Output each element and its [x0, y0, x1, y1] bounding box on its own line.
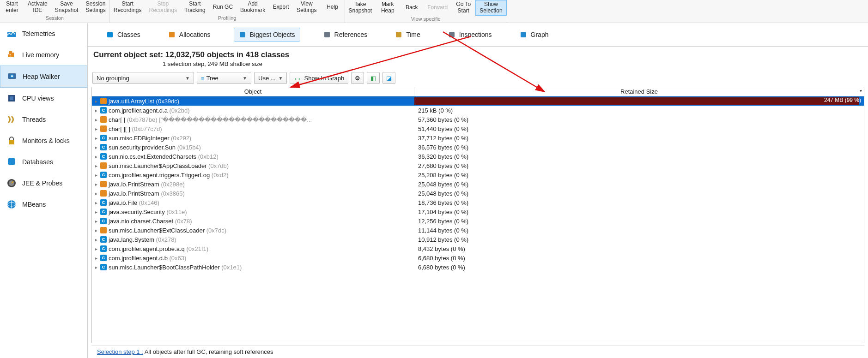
expand-icon[interactable]: ▸ [92, 108, 100, 113]
sidebar-item-label: MBeans [22, 201, 46, 208]
expand-icon[interactable]: ▸ [92, 117, 100, 122]
sidebar-item-telemetries[interactable]: Telemetries [0, 23, 87, 44]
class-icon: C [100, 144, 107, 150]
sidebar-item-cpu-views[interactable]: CPU views [0, 88, 87, 109]
ribbon-start-enter[interactable]: Startenter [0, 0, 24, 15]
expand-icon[interactable]: ▸ [92, 99, 100, 104]
table-row[interactable]: ▸Cjava.io.File (0x146)18,736 bytes (0 %) [92, 198, 864, 207]
ribbon-run-gc-[interactable]: Run GC [209, 0, 237, 15]
retained-size: 8,432 bytes (0 %) [414, 245, 553, 252]
expand-icon[interactable]: ▸ [92, 200, 100, 205]
expand-icon[interactable]: ▸ [92, 191, 100, 196]
tab-inspections[interactable]: Inspections [443, 28, 497, 41]
expand-icon[interactable]: ▸ [92, 265, 100, 270]
retained-size: 37,712 bytes (0 %) [414, 135, 553, 142]
sidebar-item-monitors-locks[interactable]: Monitors & locks [0, 130, 87, 151]
object-icon [100, 116, 107, 123]
sidebar-item-threads[interactable]: Threads [0, 109, 87, 130]
selection-step-link[interactable]: Selection step 1 : [97, 348, 143, 355]
svg-rect-3 [9, 51, 12, 54]
sidebar-item-databases[interactable]: Databases [0, 151, 87, 173]
ribbon-back-[interactable]: Back [400, 0, 424, 16]
sidebar-item-label: Monitors & locks [22, 137, 70, 144]
table-row[interactable]: ▸Cjava.lang.System (0x278)10,912 bytes (… [92, 235, 864, 244]
tab-allocations[interactable]: Allocations [164, 28, 215, 41]
table-row[interactable]: ▸Csun.misc.FDBigInteger (0x292)37,712 by… [92, 133, 864, 143]
controls: No grouping▼ ≡Tree▼ Use ...▼ ⬩⬩Show In G… [88, 69, 868, 87]
expand-icon[interactable]: ▸ [92, 182, 100, 187]
table-row[interactable]: ▸java.io.PrintStream (0x298e)25,048 byte… [92, 179, 864, 189]
column-retained[interactable]: Retained Size ▾ [414, 87, 864, 96]
object-name: java.io.PrintStream (0x298e) [109, 181, 414, 188]
ribbon-take-snapshot[interactable]: TakeSnapshot [345, 0, 376, 16]
expand-icon[interactable]: ▸ [92, 154, 100, 159]
settings-button[interactable]: ⚙ [351, 72, 364, 84]
object-name: com.jprofiler.agent.d.b (0x63) [109, 255, 414, 262]
heap-icon [7, 72, 17, 82]
expand-icon[interactable]: ▸ [92, 126, 100, 131]
ribbon-save-snapshot[interactable]: SaveSnapshot [51, 0, 82, 15]
object-name: com.jprofiler.agent.d.a (0x2bd) [109, 107, 414, 114]
expand-icon[interactable]: ▸ [92, 237, 100, 242]
grouping-dropdown[interactable]: No grouping▼ [92, 72, 194, 84]
show-in-graph-button[interactable]: ⬩⬩Show In Graph [290, 72, 348, 84]
use-dropdown[interactable]: Use ...▼ [254, 72, 287, 84]
table-row[interactable]: ▸Csun.nio.cs.ext.ExtendedCharsets (0xb12… [92, 152, 864, 161]
expand-icon[interactable]: ▸ [92, 163, 100, 168]
expand-icon[interactable]: ▸ [92, 136, 100, 141]
expand-icon[interactable]: ▸ [92, 209, 100, 215]
table-row[interactable]: ▸Ccom.jprofiler.agent.d.b (0x63)6,680 by… [92, 253, 864, 263]
sidebar-item-mbeans[interactable]: MBeans [0, 194, 87, 215]
table-row[interactable]: ▸char[ ][ ] (0xb77c7d)51,440 bytes (0 %) [92, 124, 864, 133]
sidebar-item-jee-probes[interactable]: JEE & Probes [0, 173, 87, 194]
deselect-button[interactable]: ◪ [382, 72, 395, 84]
table-row[interactable]: ▸Csun.misc.Launcher$BootClassPathHolder … [92, 263, 864, 272]
sidebar-item-live-memory[interactable]: Live memory [0, 44, 87, 66]
table-row[interactable]: ▸java.io.PrintStream (0x3865)25,048 byte… [92, 189, 864, 198]
tab-biggest-objects[interactable]: Biggest Objects [234, 28, 300, 42]
retained-size: 57,360 bytes (0 %) [414, 116, 553, 123]
tree-dropdown[interactable]: ≡Tree▼ [197, 72, 251, 84]
table-row[interactable]: ▸Csun.security.provider.Sun (0x15b4)36,5… [92, 143, 864, 152]
retained-size: 6,680 bytes (0 %) [414, 264, 553, 271]
expand-icon[interactable]: ▸ [92, 173, 100, 178]
column-object[interactable]: Object [92, 87, 414, 96]
ribbon-view-settings[interactable]: ViewSettings [293, 0, 320, 15]
expand-icon[interactable]: ▸ [92, 228, 100, 233]
table-row[interactable]: ▸char[ ] (0xb787be) ["������������������… [92, 115, 864, 124]
ribbon-mark-heap[interactable]: MarkHeap [376, 0, 400, 16]
table-row[interactable]: ▸Cjava.security.Security (0x11e)17,104 b… [92, 207, 864, 216]
tab-graph[interactable]: Graph [515, 28, 553, 41]
svg-rect-9 [9, 140, 14, 144]
table-row[interactable]: ▸Ccom.jprofiler.agent.d.a (0x2bd)215 kB … [92, 106, 864, 115]
table-row[interactable]: ▸Cjava.nio.charset.Charset (0x78)12,256 … [92, 216, 864, 226]
ribbon-start-tracking[interactable]: StartTracking [181, 0, 209, 15]
class-icon: C [100, 264, 107, 270]
table-row[interactable]: ▸sun.misc.Launcher$AppClassLoader (0x7db… [92, 161, 864, 170]
expand-icon[interactable]: ▸ [92, 145, 100, 150]
ribbon-go-to-start[interactable]: Go ToStart [451, 0, 475, 16]
ribbon-help-[interactable]: Help [321, 0, 345, 15]
table-row[interactable]: ▸sun.misc.Launcher$ExtClassLoader (0x7dc… [92, 226, 864, 235]
sidebar-item-heap-walker[interactable]: Heap Walker [0, 66, 87, 88]
ribbon-session-settings[interactable]: SessionSettings [82, 0, 109, 15]
ribbon-activate-ide[interactable]: ActivateIDE [24, 0, 51, 15]
expand-icon[interactable]: ▸ [92, 256, 100, 261]
table-row[interactable]: ▸Ccom.jprofiler.agent.triggers.TriggerLo… [92, 170, 864, 179]
expand-icon[interactable]: ▸ [92, 219, 100, 224]
tab-references[interactable]: References [319, 28, 372, 41]
expand-icon[interactable]: ▸ [92, 246, 100, 251]
ribbon-start-recordings[interactable]: StartRecordings [110, 0, 146, 15]
ribbon-add-bookmark[interactable]: AddBookmark [237, 0, 269, 15]
table-row[interactable]: ▸java.util.ArrayList (0x39dc)247 MB (99 … [92, 96, 864, 106]
ribbon-show-selection[interactable]: ShowSelection [475, 0, 506, 16]
object-icon [100, 227, 107, 233]
table-row[interactable]: ▸Ccom.jprofiler.agent.probe.a.q (0x21f1)… [92, 244, 864, 253]
filter-button[interactable]: ◧ [367, 72, 380, 84]
ribbon-export-[interactable]: Export [269, 0, 293, 15]
column-menu-icon[interactable]: ▾ [860, 88, 862, 93]
tab-time[interactable]: Time [390, 28, 425, 41]
biggest-icon [239, 31, 246, 38]
tab-classes[interactable]: Classes [102, 28, 145, 41]
class-icon [106, 31, 114, 38]
